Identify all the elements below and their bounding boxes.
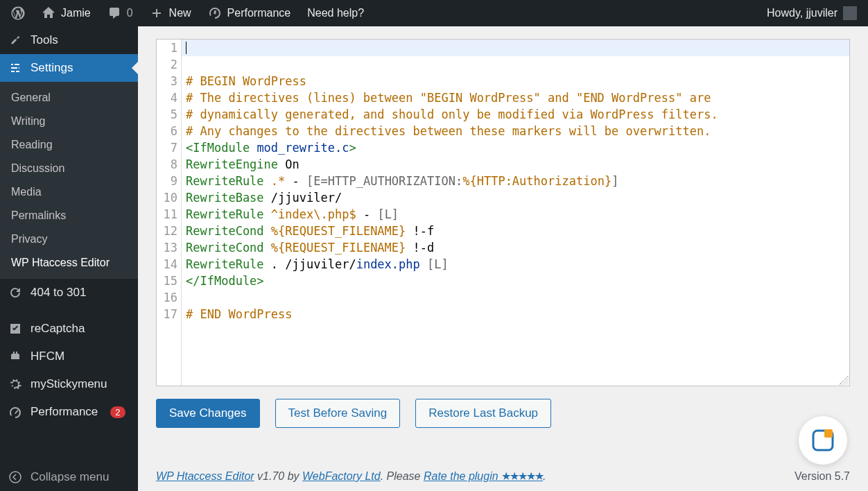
stars-icon: ★★★★★ <box>501 470 543 482</box>
code-line[interactable]: # BEGIN WordPress <box>182 73 849 89</box>
svg-point-0 <box>10 472 21 483</box>
code-line[interactable]: # The directives (lines) between "BEGIN … <box>182 89 849 106</box>
sub-reading[interactable]: Reading <box>0 133 138 157</box>
gauge-icon <box>8 405 22 419</box>
menu-settings[interactable]: Settings <box>0 54 138 82</box>
new-content[interactable]: New <box>141 0 200 26</box>
wrench-icon <box>8 33 22 47</box>
check-box-icon <box>8 322 22 336</box>
account[interactable]: Howdy, jjuviler <box>758 0 865 26</box>
code-line[interactable]: RewriteCond %{REQUEST_FILENAME} !-d <box>182 239 849 256</box>
code-line[interactable]: RewriteRule ^index\.php$ - [L] <box>182 206 849 223</box>
widget-icon <box>810 428 835 453</box>
svg-rect-2 <box>824 429 833 438</box>
sub-writing[interactable]: Writing <box>0 110 138 133</box>
code-line[interactable] <box>182 56 849 73</box>
comments[interactable]: 0 <box>99 0 141 26</box>
footer: WP Htaccess Editor v1.70 by WebFactory L… <box>156 470 850 483</box>
code-line[interactable] <box>182 289 849 306</box>
code-line[interactable]: </IfModule> <box>182 273 849 289</box>
new-label: New <box>169 7 191 19</box>
sub-htaccess[interactable]: WP Htaccess Editor <box>0 251 138 275</box>
restore-button[interactable]: Restore Last Backup <box>415 399 551 428</box>
menu-hfcm[interactable]: HFCM <box>0 343 138 370</box>
line-gutter: 1234567891011121314151617 <box>157 40 182 386</box>
code-line[interactable]: RewriteEngine On <box>182 156 849 173</box>
howdy-text: Howdy, jjuviler <box>767 7 837 19</box>
code-area[interactable]: # BEGIN WordPress# The directives (lines… <box>182 40 849 386</box>
menu-tools[interactable]: Tools <box>0 26 138 54</box>
sub-general[interactable]: General <box>0 86 138 110</box>
floating-widget[interactable] <box>799 416 847 465</box>
avatar <box>843 6 857 20</box>
site-home[interactable]: Jamie <box>33 0 99 26</box>
site-name: Jamie <box>61 7 91 19</box>
sub-permalinks[interactable]: Permalinks <box>0 204 138 227</box>
wp-logo[interactable] <box>3 0 33 26</box>
save-button[interactable]: Save Changes <box>156 399 260 428</box>
redirect-icon <box>8 286 22 300</box>
admin-bar: Jamie 0 New Performance Need help? Howdy… <box>0 0 868 26</box>
comment-count: 0 <box>127 7 133 19</box>
update-badge: 2 <box>110 406 125 418</box>
menu-mystickymenu[interactable]: myStickymenu <box>0 370 138 398</box>
plugin-link[interactable]: WP Htaccess Editor <box>156 470 254 482</box>
code-line[interactable]: <IfModule mod_rewrite.c> <box>182 139 849 156</box>
resize-handle[interactable] <box>839 375 849 385</box>
wp-version: Version 5.7 <box>795 470 850 483</box>
code-line[interactable]: RewriteCond %{REQUEST_FILENAME} !-f <box>182 223 849 239</box>
collapse-icon <box>8 470 22 484</box>
code-editor[interactable]: 1234567891011121314151617 # BEGIN WordPr… <box>156 39 850 386</box>
code-line[interactable] <box>182 40 849 56</box>
sub-discussion[interactable]: Discussion <box>0 157 138 180</box>
code-line[interactable]: # Any changes to the directives between … <box>182 123 849 139</box>
gear-icon <box>8 377 22 391</box>
code-line[interactable]: RewriteRule .* - [E=HTTP_AUTHORIZATION:%… <box>182 173 849 189</box>
collapse-menu[interactable]: Collapse menu <box>0 463 138 491</box>
admin-sidebar: Tools Settings General Writing Reading D… <box>0 26 138 491</box>
sliders-icon <box>8 61 22 75</box>
need-help[interactable]: Need help? <box>299 0 372 26</box>
sub-privacy[interactable]: Privacy <box>0 227 138 251</box>
code-line[interactable]: # dynamically generated, and should only… <box>182 106 849 123</box>
sub-media[interactable]: Media <box>0 180 138 204</box>
vendor-link[interactable]: WebFactory Ltd <box>302 470 381 482</box>
performance-bar[interactable]: Performance <box>200 0 300 26</box>
text-cursor <box>186 42 186 54</box>
perf-label: Performance <box>227 7 291 19</box>
menu-404to301[interactable]: 404 to 301 <box>0 279 138 307</box>
robot-icon <box>8 350 22 363</box>
test-button[interactable]: Test Before Saving <box>275 399 401 428</box>
code-line[interactable]: RewriteRule . /jjuviler/index.php [L] <box>182 256 849 273</box>
menu-performance[interactable]: Performance 2 <box>0 398 138 426</box>
main-content: 1234567891011121314151617 # BEGIN WordPr… <box>138 26 868 491</box>
rate-link[interactable]: Rate the plugin ★★★★★ <box>424 470 543 482</box>
settings-submenu: General Writing Reading Discussion Media… <box>0 82 138 279</box>
menu-recaptcha[interactable]: reCaptcha <box>0 315 138 343</box>
code-line[interactable]: # END WordPress <box>182 306 849 322</box>
code-line[interactable]: RewriteBase /jjuviler/ <box>182 189 849 206</box>
